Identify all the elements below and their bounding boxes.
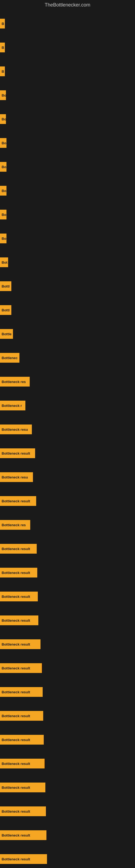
bar-row: B bbox=[0, 59, 135, 83]
bar-label: Bottleneck result bbox=[0, 711, 43, 721]
bar-label: Bottleneck r bbox=[0, 401, 26, 410]
bar-row: Bottleneck result bbox=[0, 680, 135, 704]
bar-label: Bottleneck result bbox=[0, 735, 44, 745]
bars-container: BBBBoBoBoBoBoBoBoBotBottlBottlBottleBott… bbox=[0, 9, 135, 868]
bar-row: Bottleneck result bbox=[0, 728, 135, 752]
bar-row: Bo bbox=[0, 226, 135, 250]
bar-row: Bottleneck result bbox=[0, 489, 135, 513]
bar-row: Bottleneck res bbox=[0, 513, 135, 537]
bar-row: Bottleneck result bbox=[0, 585, 135, 609]
bar-row: B bbox=[0, 12, 135, 35]
bar-row: Bo bbox=[0, 107, 135, 131]
bar-label: B bbox=[0, 66, 5, 76]
bar-label: B bbox=[0, 42, 5, 52]
bar-label: Bottl bbox=[0, 281, 11, 291]
bar-label: Bo bbox=[0, 114, 6, 124]
bar-row: Bottleneck result bbox=[0, 775, 135, 799]
site-title: TheBottlenecker.com bbox=[0, 0, 135, 9]
bar-label: Bo bbox=[0, 138, 6, 148]
bar-label: Bottleneck res bbox=[0, 520, 30, 530]
bar-row: Bo bbox=[0, 203, 135, 226]
bar-label: Bottleneck result bbox=[0, 663, 42, 673]
bar-row: Bottlenec bbox=[0, 346, 135, 370]
bar-label: Bo bbox=[0, 234, 6, 243]
bar-row: Bottle bbox=[0, 322, 135, 346]
bar-label: Bottleneck res bbox=[0, 377, 30, 386]
bar-label: Bot bbox=[0, 257, 8, 267]
bar-row: Bottleneck result bbox=[0, 752, 135, 775]
bar-label: Bottleneck resu bbox=[0, 425, 32, 434]
bar-label: Bottle bbox=[0, 329, 13, 339]
bar-label: Bottleneck result bbox=[0, 496, 36, 506]
bar-row: Bottleneck result bbox=[0, 561, 135, 585]
bar-label: Bottleneck resu bbox=[0, 472, 33, 482]
bar-row: Bo bbox=[0, 179, 135, 203]
bar-label: Bottleneck result bbox=[0, 806, 46, 816]
bar-row: Bottleneck result bbox=[0, 799, 135, 823]
bar-label: Bottleneck result bbox=[0, 616, 38, 625]
bar-row: Bo bbox=[0, 131, 135, 155]
bar-label: Bottleneck result bbox=[0, 448, 35, 458]
bar-label: Bottleneck result bbox=[0, 830, 46, 840]
bar-row: Bottl bbox=[0, 298, 135, 322]
bar-label: Bo bbox=[0, 162, 6, 172]
bar-label: Bottleneck result bbox=[0, 854, 47, 864]
bar-row: Bottleneck result bbox=[0, 609, 135, 632]
bar-label: Bottleneck result bbox=[0, 544, 37, 554]
bar-row: Bottleneck result bbox=[0, 441, 135, 465]
bar-row: Bo bbox=[0, 155, 135, 179]
bar-label: B bbox=[0, 19, 5, 29]
bar-row: Bottleneck result bbox=[0, 632, 135, 656]
bar-label: Bottl bbox=[0, 305, 11, 315]
bar-label: Bottlenec bbox=[0, 353, 19, 363]
bar-row: Bottleneck result bbox=[0, 704, 135, 728]
bar-row: Bottleneck result bbox=[0, 537, 135, 561]
bar-label: Bo bbox=[0, 210, 6, 219]
bar-row: Bottleneck result bbox=[0, 823, 135, 847]
bar-row: Bo bbox=[0, 83, 135, 107]
bar-label: Bottleneck result bbox=[0, 759, 45, 769]
bar-row: B bbox=[0, 35, 135, 59]
bar-row: Bottleneck resu bbox=[0, 417, 135, 441]
bar-label: Bottleneck result bbox=[0, 639, 41, 649]
bar-row: Bottleneck result bbox=[0, 656, 135, 680]
bar-label: Bottleneck result bbox=[0, 782, 45, 792]
bar-label: Bottleneck result bbox=[0, 568, 37, 578]
bar-row: Bot bbox=[0, 250, 135, 274]
bar-row: Bottleneck result bbox=[0, 847, 135, 868]
bar-label: Bottleneck result bbox=[0, 687, 43, 697]
bar-row: Bottleneck r bbox=[0, 394, 135, 417]
bar-label: Bottleneck result bbox=[0, 592, 38, 601]
bar-label: Bo bbox=[0, 186, 6, 195]
bar-row: Bottl bbox=[0, 274, 135, 298]
bar-label: Bo bbox=[0, 90, 6, 100]
bar-row: Bottleneck res bbox=[0, 370, 135, 394]
bar-row: Bottleneck resu bbox=[0, 465, 135, 489]
